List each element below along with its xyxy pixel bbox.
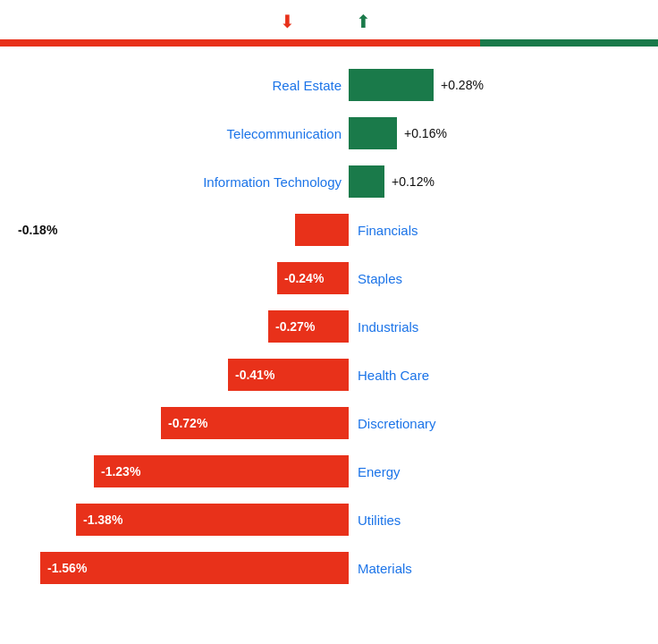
chart-area: Real Estate+0.28%Telecommunication+0.16%…: [0, 63, 658, 612]
positive-bar: [349, 69, 434, 101]
sector-label: Staples: [349, 271, 402, 286]
chart-row: Telecommunication+0.16%: [18, 111, 640, 156]
chart-row: -0.72%Discretionary: [18, 401, 640, 445]
sector-value: +0.16%: [397, 126, 447, 140]
chart-row: -1.38%Utilities: [18, 497, 640, 542]
negative-bar: -1.23%: [94, 455, 349, 487]
sector-label: Discretionary: [349, 416, 436, 431]
negative-bar: -0.24%: [277, 262, 349, 294]
sector-label: Financials: [349, 223, 418, 238]
chart-row: Real Estate+0.28%: [18, 63, 640, 107]
chart-row: -0.41%Health Care: [18, 352, 640, 397]
sector-label: Materials: [349, 561, 412, 576]
arrow-down-icon: ⬇: [280, 13, 295, 30]
positive-bar: [349, 165, 384, 198]
chart-row: -1.23%Energy: [18, 449, 640, 494]
chart-row: -0.24%Staples: [18, 256, 640, 301]
chart-row: -1.56%Materials: [18, 546, 640, 590]
sector-value: -0.24%: [284, 271, 324, 285]
sectors-up-indicator: ⬆: [356, 13, 378, 30]
sector-value: -1.56%: [47, 561, 87, 575]
sector-value: +0.28%: [434, 78, 484, 92]
sector-label: Information Technology: [170, 174, 349, 190]
negative-bar: [295, 214, 349, 246]
sector-label: Utilities: [349, 513, 401, 528]
sector-value: -0.27%: [275, 319, 315, 334]
progress-bar-down: [0, 39, 480, 47]
sector-label: Health Care: [349, 368, 429, 383]
header: ⬇ ⬆: [0, 0, 658, 47]
sector-value: -0.72%: [168, 416, 207, 430]
sector-label: Real Estate: [170, 78, 349, 93]
progress-bar-up: [480, 39, 658, 47]
negative-bar: -1.56%: [40, 552, 349, 584]
sector-label: Energy: [349, 464, 401, 479]
chart-row: Information Technology+0.12%: [18, 159, 640, 204]
sectors-chart: Real Estate+0.28%Telecommunication+0.16%…: [18, 63, 640, 594]
sector-value: -1.38%: [83, 513, 122, 527]
sectors-down-indicator: ⬇: [280, 13, 302, 30]
negative-bar: -0.27%: [268, 310, 349, 343]
sector-value: +0.12%: [384, 174, 434, 189]
chart-row: -0.18%Financials: [18, 208, 640, 252]
sector-value: -1.23%: [101, 464, 140, 479]
negative-bar: -1.38%: [76, 504, 349, 536]
negative-bar: -0.41%: [228, 359, 349, 391]
sector-label: Telecommunication: [170, 126, 349, 141]
positive-bar: [349, 117, 397, 149]
sector-value: -0.18%: [18, 223, 63, 237]
chart-row: -0.27%Industrials: [18, 304, 640, 349]
progress-bar: [0, 39, 658, 47]
sector-value: -0.41%: [235, 368, 274, 382]
negative-bar: -0.72%: [161, 407, 349, 439]
sector-label: Industrials: [349, 319, 418, 335]
arrow-up-icon: ⬆: [356, 13, 371, 30]
